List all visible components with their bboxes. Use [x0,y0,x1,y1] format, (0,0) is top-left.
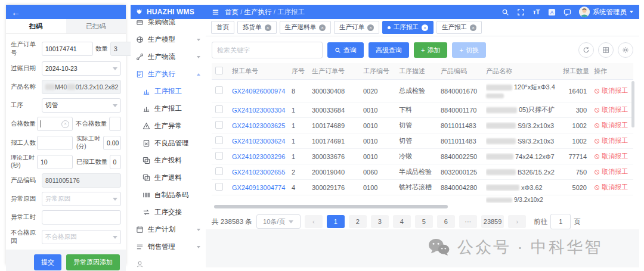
column-settings-icon[interactable] [598,42,614,58]
sidebar-item-process-handover[interactable]: 工序交接 [131,204,206,221]
close-icon[interactable]: × [319,24,326,31]
vertical-scrollbar[interactable] [631,81,634,127]
sidebar-item-process-report[interactable]: 工序报工 [131,83,206,100]
goto-page-input[interactable] [550,214,571,229]
report-no-link[interactable]: GX240926000974 [232,88,285,95]
gear-icon[interactable] [618,42,633,58]
unqualified-reason-select[interactable]: 不合格原因 [42,230,121,244]
sidebar-item-selfmade-barcode[interactable]: 自制品条码 [131,186,206,204]
nav-tab-production-order[interactable]: 生产订单× [334,21,379,34]
cancel-report-action[interactable]: 取消报工 [594,86,630,95]
chevron-down-icon [630,11,633,13]
page-button[interactable]: 6 [437,215,455,228]
nav-tab-home[interactable]: 首页 [211,21,234,34]
report-no-link[interactable]: GX241023003304 [232,107,285,114]
report-no-link[interactable]: GX241023003624 [232,138,285,145]
redacted-blob [486,85,512,91]
user-menu[interactable]: 系统管理员 [579,7,634,17]
cancel-report-action[interactable]: 取消报工 [594,183,630,192]
report-no-link[interactable]: GX240913004774 [232,184,285,191]
prev-page-button[interactable]: ‹ [305,215,323,228]
sidebar-item-production-report[interactable]: 生产报工 [131,100,206,117]
date-select[interactable]: 2024-10-23 [42,61,121,76]
row-checkbox[interactable] [215,121,223,129]
next-page-button[interactable]: › [508,215,526,228]
row-checkbox[interactable] [215,167,223,175]
add-abnormal-reason-button[interactable]: 异常原因添加 [66,254,120,270]
advanced-query-button[interactable]: 高级查询 [369,42,409,58]
add-button[interactable]: +添加 [414,42,447,58]
unqualified-input[interactable] [109,117,122,131]
cancel-report-action[interactable]: 取消报工 [594,105,630,114]
translate-icon[interactable]: A [548,8,556,16]
topbar-icons: ᴛT A 系统管理员 [501,7,633,17]
reported-input[interactable]: 0 [110,155,122,169]
nav-tab-return-order[interactable]: 生产退料单× [280,21,332,34]
font-size-icon[interactable]: ᴛT [532,8,540,15]
page-size-select[interactable]: 10条/页 [256,214,301,229]
sidebar-item-production-plan[interactable]: 生产计划 [131,221,206,238]
cancel-report-action[interactable]: 取消报工 [594,121,630,130]
page-button[interactable]: 1 [327,215,345,228]
page-button[interactable]: 3 [371,215,389,228]
tab-scan[interactable]: 扫码 [6,19,66,33]
search-icon[interactable] [501,8,509,16]
cancel-report-action[interactable]: 取消报工 [594,152,630,161]
abnormal-hours-input[interactable] [42,210,121,225]
row-checkbox[interactable] [215,86,223,94]
sidebar-item-production-feeding[interactable]: 生产投料 [131,152,206,169]
table-header-row: 报工单号 序号 生产订单号 工序编号 工序描述 产品编码 产品名称 报工数量 操… [212,63,633,80]
message-icon[interactable] [564,8,571,16]
submit-button[interactable]: 提交 [34,254,61,270]
sidebar-item-production-model[interactable]: 生产模型 [131,31,206,48]
page-button[interactable]: 5 [415,215,433,228]
close-icon[interactable]: × [422,24,428,31]
sidebar-item-partial[interactable] [131,256,206,267]
sidebar-item-production-return[interactable]: 生产退料 [131,169,206,186]
search-input[interactable] [212,42,323,58]
report-no-link[interactable]: GX241023003296 [232,153,285,160]
page-button[interactable]: 2 [349,215,367,228]
back-arrow-icon[interactable]: ← [11,7,20,17]
row-checkbox[interactable] [215,183,223,191]
tab-scanned[interactable]: 已扫码 [66,19,126,33]
order-input[interactable]: 100174741 [42,42,93,56]
more-pages-button[interactable]: ··· [459,215,477,228]
fullscreen-icon[interactable] [517,8,525,16]
qualified-input[interactable]: × [37,117,73,131]
actual-hours-input[interactable]: 0.00 [103,136,121,150]
theory-hours-input[interactable]: 10 [37,155,73,169]
nav-tab-picking[interactable]: 拣货单× [237,21,277,34]
cancel-report-action[interactable]: 取消报工 [594,167,630,176]
breadcrumb-home[interactable]: 首页 [225,8,239,15]
report-no-link[interactable]: GX241023002655 [232,169,285,176]
page-button[interactable]: 4 [393,215,411,228]
sidebar-item-purchase-logistics[interactable]: 采购物流 [131,19,206,31]
sidebar-item-production-logistics[interactable]: 生产物流 [131,48,206,66]
report-no-link[interactable]: GX241023003625 [232,122,285,129]
breadcrumb-section[interactable]: 生产执行 [244,8,272,15]
clear-icon[interactable]: × [61,120,69,128]
horizontal-scrollbar[interactable] [214,205,448,208]
process-select[interactable]: 切管 [42,98,121,113]
select-all-checkbox[interactable] [215,67,223,74]
sidebar-item-production-exception[interactable]: 生产异常 [131,117,206,135]
sidebar-item-production-execution[interactable]: 生产执行 [131,66,206,83]
row-checkbox[interactable] [215,152,223,160]
nav-tab-process-report[interactable]: 工序报工× [382,21,434,34]
hamburger-icon[interactable] [212,8,219,16]
query-button[interactable]: 查询 [327,42,364,58]
row-checkbox[interactable] [215,136,223,144]
close-icon[interactable]: × [265,24,271,31]
nav-tab-production-report[interactable]: 生产报工× [436,21,482,34]
sidebar-item-defect-management[interactable]: 不良品管理 [131,135,206,152]
sidebar-item-sales-management[interactable]: 销售管理 [131,238,206,256]
abnormal-reason-select[interactable]: 异常原因 [42,192,121,206]
workers-input[interactable] [37,136,73,150]
row-checkbox[interactable] [215,105,223,113]
close-icon[interactable]: × [367,24,374,31]
last-page-button[interactable]: 23859 [481,215,504,228]
refresh-icon[interactable] [578,42,594,58]
cancel-report-action[interactable]: 取消报工 [594,136,630,145]
close-icon[interactable]: × [470,24,476,31]
